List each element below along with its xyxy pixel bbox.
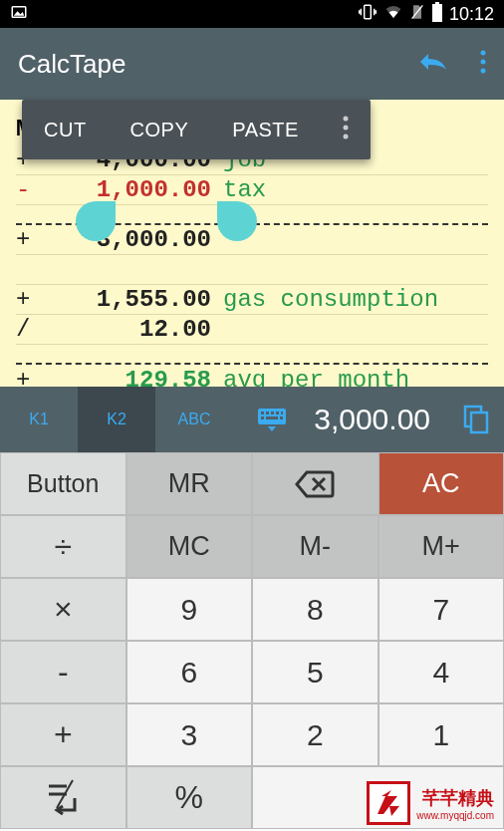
svg-point-10 [343, 135, 348, 139]
battery-icon [431, 2, 443, 27]
keyboard-icon[interactable] [233, 407, 311, 432]
key-mminus[interactable]: M- [252, 515, 378, 578]
key-button[interactable]: Button [0, 452, 126, 515]
svg-rect-4 [432, 4, 442, 22]
svg-rect-17 [261, 416, 264, 419]
svg-rect-21 [471, 413, 487, 432]
tape-divider [16, 345, 488, 365]
tape-value: 1,000.00 [42, 176, 211, 203]
svg-rect-1 [365, 5, 372, 18]
tab-abc[interactable]: ABC [155, 387, 233, 452]
watermark-icon [367, 781, 410, 825]
context-copy[interactable]: COPY [109, 119, 211, 141]
key-mc[interactable]: MC [126, 515, 253, 578]
status-bar: 10:12 [0, 0, 504, 28]
tape-value: 1,555.00 [42, 286, 211, 313]
wifi-icon [383, 3, 403, 26]
undo-icon[interactable] [416, 48, 452, 80]
context-paste[interactable]: PASTE [210, 119, 321, 141]
key-8[interactable]: 8 [252, 578, 378, 641]
status-time: 10:12 [449, 4, 494, 25]
tape-row[interactable]: + 129.58 avg per month [16, 365, 488, 387]
svg-rect-18 [266, 416, 278, 419]
tape-row[interactable]: + 1,555.00 gas consumption [16, 285, 488, 315]
svg-rect-13 [266, 412, 269, 415]
key-percent[interactable]: % [126, 766, 253, 829]
copy-icon[interactable] [448, 405, 504, 434]
sim-icon [409, 3, 425, 26]
app-title: CalcTape [18, 49, 126, 80]
svg-point-9 [343, 126, 348, 131]
svg-point-7 [481, 69, 486, 74]
tape-label: gas consumption [223, 286, 438, 313]
context-cut[interactable]: CUT [22, 119, 109, 141]
svg-rect-14 [271, 412, 274, 415]
tape-value: 129.58 [42, 367, 211, 388]
key-4[interactable]: 4 [378, 641, 505, 703]
tape-row[interactable]: / 12.00 [16, 315, 488, 345]
tape-sign: + [16, 226, 42, 253]
svg-rect-19 [280, 416, 283, 419]
key-mplus[interactable]: M+ [378, 515, 505, 578]
key-3[interactable]: 3 [126, 703, 253, 766]
key-2[interactable]: 2 [252, 703, 378, 766]
selection-handle-left[interactable] [76, 201, 116, 241]
keypad: Button MR AC ÷ MC M- M+ × 9 8 7 - 6 5 4 … [0, 452, 504, 766]
vibrate-icon [358, 2, 378, 27]
tape-blank [16, 255, 488, 285]
tape-label: avg per month [223, 367, 409, 388]
picture-icon [10, 3, 28, 25]
key-7[interactable]: 7 [378, 578, 505, 641]
key-equals[interactable] [0, 766, 126, 829]
svg-rect-16 [281, 412, 283, 415]
svg-point-6 [481, 60, 486, 65]
tape-sign: + [16, 367, 42, 388]
context-menu: CUT COPY PASTE [22, 100, 371, 159]
svg-rect-3 [435, 2, 439, 4]
key-1[interactable]: 1 [378, 703, 505, 766]
more-icon[interactable] [480, 50, 486, 78]
watermark-title: 芊芊精典 [422, 786, 494, 810]
key-subtract[interactable]: - [0, 641, 126, 703]
display-value: 3,000.00 [311, 403, 448, 436]
app-bar: CalcTape [0, 28, 504, 100]
tape-value: 12.00 [42, 316, 211, 343]
key-ac[interactable]: AC [378, 452, 505, 515]
tape-value: 3,000.00 [42, 226, 211, 253]
tape-label: tax [223, 176, 266, 203]
key-5[interactable]: 5 [252, 641, 378, 703]
key-add[interactable]: + [0, 703, 126, 766]
watermark: 芊芊精典 www.myqqjd.com [367, 781, 494, 825]
svg-rect-12 [261, 412, 264, 415]
input-bar: K1 K2 ABC 3,000.00 [0, 387, 504, 452]
tape-sign: / [16, 316, 42, 343]
tape-sign: - [16, 176, 42, 203]
selection-handle-right[interactable] [217, 201, 257, 241]
tab-k1[interactable]: K1 [0, 387, 78, 452]
key-9[interactable]: 9 [126, 578, 253, 641]
key-backspace[interactable] [252, 452, 378, 515]
context-more-icon[interactable] [321, 116, 371, 143]
svg-point-5 [481, 51, 486, 56]
key-multiply[interactable]: × [0, 578, 126, 641]
tab-k2[interactable]: K2 [78, 387, 155, 452]
tape-row[interactable]: - 1,000.00 tax [16, 175, 488, 205]
watermark-url: www.myqqjd.com [416, 810, 494, 821]
svg-rect-15 [276, 412, 279, 415]
key-divide[interactable]: ÷ [0, 515, 126, 578]
key-mr[interactable]: MR [126, 452, 253, 515]
key-6[interactable]: 6 [126, 641, 253, 703]
svg-point-8 [343, 117, 348, 122]
tape-sign: + [16, 286, 42, 313]
